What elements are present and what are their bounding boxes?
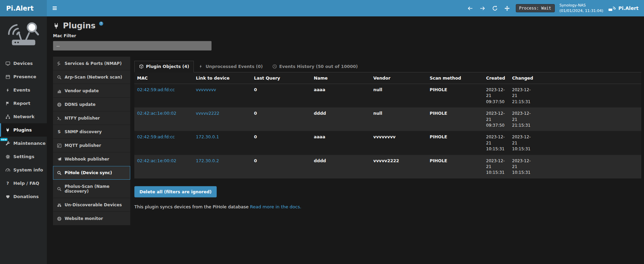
sidebar-item-system-info[interactable]: System info [0, 163, 47, 177]
forward-arrow-icon[interactable] [479, 4, 486, 12]
tab-label: Plugin Objects (4) [146, 64, 189, 69]
globe-icon [57, 217, 62, 221]
sidebar-item-plugins[interactable]: Plugins [0, 123, 47, 137]
tab-events-history[interactable]: Events History (50 out of 10000) [268, 61, 363, 72]
plugin-item-ddns-update[interactable]: DDNS update [53, 98, 130, 111]
calendar-icon [5, 74, 10, 79]
sidebar-item-label: System info [13, 167, 43, 172]
plugin-item-label: Pholus-Scan (Name discovery) [65, 184, 126, 194]
plugin-item-label: Services & Ports (NMAP) [65, 61, 122, 66]
move-arrows-icon[interactable] [504, 4, 511, 12]
scan-method-cell: PIHOLE [427, 131, 483, 155]
paper-plane-icon [57, 157, 62, 162]
tab-bar: Plugin Objects (4) Unprocessed Events (0… [134, 61, 641, 72]
host-time: (01/01/2024, 11:31:04) [560, 8, 603, 14]
name-cell: aaaa [311, 131, 371, 155]
sidebar-item-label: Plugins [13, 127, 32, 133]
new-badge: NEW [0, 138, 8, 141]
heart-icon [5, 194, 10, 199]
device-cell: 172.30.0.1 [193, 131, 251, 155]
app-name[interactable]: Pi.Alert [618, 5, 639, 11]
docs-link[interactable]: Read more in the docs. [250, 204, 301, 209]
plugin-item-label: PiHole (Device sync) [65, 170, 112, 175]
mac-cell: 02:42:ac:1e:00:02 [134, 155, 193, 178]
plugin-item-pholus-scan[interactable]: Pholus-Scan (Name discovery) [53, 180, 130, 198]
name-cell: dddd [311, 155, 371, 178]
mac-filter-label: Mac Filter [53, 33, 641, 38]
sidebar-item-donations[interactable]: Donations [0, 190, 47, 203]
sidebar-item-events[interactable]: Events [0, 83, 47, 97]
mac-link[interactable]: 02:42:ac:1e:00:02 [137, 158, 176, 163]
plugin-item-webhook-publisher[interactable]: Webhook publisher [53, 152, 130, 166]
device-link[interactable]: 172.30.0.2 [196, 158, 219, 163]
sidebar-item-label: Events [13, 87, 30, 93]
plugin-item-label: Vendor update [65, 88, 99, 93]
clock-icon [272, 64, 277, 69]
topbar-right: Process: Wait Synology-NAS (01/01/2024, … [467, 0, 644, 16]
plugin-item-snmp-discovery[interactable]: S SNMP discovery [53, 125, 130, 139]
plugin-item-label: Arp-Scan (Network scan) [65, 75, 122, 80]
plugin-item-mqtt-publisher[interactable]: MQTT publisher [53, 139, 130, 152]
filler-cell [537, 131, 641, 155]
plugin-item-pihole-device-sync[interactable]: PiHole (Device sync) [53, 166, 130, 180]
hamburger-menu-button[interactable] [47, 0, 63, 16]
plugin-item-ntfy-publisher[interactable]: NTFY publisher [53, 111, 130, 125]
sidebar-item-settings[interactable]: Settings [0, 150, 47, 163]
mac-link[interactable]: 02:42:59:ad:fd:cc [137, 87, 175, 92]
plugin-item-vendor-update[interactable]: Vendor update [53, 84, 130, 98]
sidebar-item-report[interactable]: Report [0, 97, 47, 110]
pialert-logo [0, 16, 47, 57]
tab-unprocessed-events[interactable]: Unprocessed Events (0) [194, 61, 267, 72]
sidebar-item-maintenance[interactable]: NEW Maintenance [0, 137, 47, 150]
sidebar-item-presence[interactable]: Presence [0, 70, 47, 83]
question-icon: ? [5, 181, 10, 186]
back-arrow-icon[interactable] [467, 4, 474, 12]
search-icon [57, 75, 62, 80]
plugin-item-label: Un-Discoverable Devices [65, 203, 122, 207]
changed-cell: 2023-12-21 10:15:31 [509, 131, 537, 155]
created-cell: 2023-12-21 09:37:50 [483, 84, 509, 108]
plugin-item-website-monitor[interactable]: Website monitor [53, 212, 130, 225]
sidebar-item-devices[interactable]: Devices [0, 57, 47, 70]
device-cell: vvvvv2222 [193, 108, 251, 131]
host-name: Synology-NAS [560, 3, 603, 8]
column-header-link-to-device: Link to device [193, 72, 251, 84]
name-cell: aaaa [311, 84, 371, 108]
device-link[interactable]: vvvvv2222 [196, 111, 219, 116]
delete-all-button[interactable]: Delete all (filters are ignored) [134, 186, 217, 197]
column-filler [537, 72, 641, 84]
sidebar-item-network[interactable]: Network [0, 110, 47, 123]
page-title: Plugins [63, 21, 96, 30]
last-query-cell: 0 [251, 155, 311, 178]
changed-cell: 2023-12-21 21:15:31 [509, 84, 537, 108]
mac-link[interactable]: 02:42:ac:1e:00:02 [137, 111, 176, 116]
mqtt-icon [57, 143, 62, 148]
mac-filter-input[interactable] [53, 41, 212, 51]
table-row: 02:42:59:ad:fd:cc 172.30.0.1 0 aaaa vvvv… [134, 131, 641, 155]
help-badge[interactable]: ? [99, 22, 103, 26]
plugin-item-arp-scan[interactable]: Arp-Scan (Network scan) [53, 70, 130, 84]
column-header-last-query: Last Query [251, 72, 311, 84]
wrench-icon [5, 141, 10, 146]
sidebar-item-label: Donations [13, 194, 39, 199]
sidebar-item-help-faq[interactable]: ? Help / FAQ [0, 177, 47, 190]
gauge-icon [5, 168, 10, 172]
sidebar-item-label: Network [13, 114, 35, 119]
bolt-icon [199, 64, 203, 69]
tab-plugin-objects[interactable]: Plugin Objects (4) [134, 61, 194, 72]
mac-cell: 02:42:ac:1e:00:02 [134, 108, 193, 131]
page-header: Plugins ? [53, 21, 641, 30]
plugin-item-undiscoverable-devices[interactable]: Un-Discoverable Devices [53, 198, 130, 212]
process-status-badge: Process: Wait [516, 4, 555, 12]
sidebar-item-label: Maintenance [13, 141, 45, 146]
plugin-item-services-ports[interactable]: Services & Ports (NMAP) [53, 57, 130, 70]
vendor-cell: vvvvvvvv [371, 131, 427, 155]
mac-link[interactable]: 02:42:59:ad:fd:cc [137, 134, 175, 139]
changed-cell: 2023-12-21 21:15:31 [509, 108, 537, 131]
brand-logo[interactable]: Pi.Alert [0, 0, 47, 16]
device-link[interactable]: 172.30.0.1 [196, 134, 219, 139]
device-link[interactable]: vvvvvvvv [196, 87, 216, 92]
refresh-icon[interactable] [491, 4, 499, 12]
column-header-created: Created [483, 72, 509, 84]
plugin-item-label: MQTT publisher [65, 143, 101, 148]
